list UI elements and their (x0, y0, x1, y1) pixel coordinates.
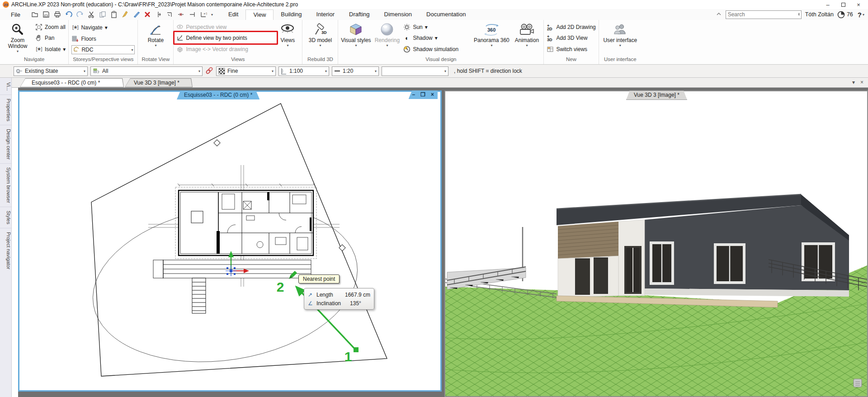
paste-icon[interactable] (110, 11, 118, 18)
pen-icon[interactable] (133, 11, 140, 18)
empty-combo[interactable]: ▾ (382, 66, 448, 76)
cut-icon[interactable] (88, 11, 95, 18)
visual-styles-caret-icon[interactable]: ▾ (355, 43, 357, 47)
pen-scale-caret-icon[interactable]: ▾ (375, 69, 377, 73)
brush-icon[interactable] (122, 11, 129, 18)
storey-combo[interactable]: RDC ▾ (71, 45, 135, 54)
sidebar-item-properties[interactable]: Properties (0, 95, 11, 125)
save-icon[interactable] (42, 11, 50, 18)
user-interface-button[interactable]: User interface ▾ (601, 21, 640, 55)
isolate-caret-icon[interactable]: ▾ (63, 46, 66, 52)
isolate-button[interactable]: [★] Isolate ▾ (35, 44, 66, 55)
add-2d-drawing-button[interactable]: +2D Add 2D Drawing (547, 22, 595, 33)
link-chain-icon[interactable] (205, 66, 213, 76)
rotate-caret-icon[interactable]: ▾ (155, 43, 156, 47)
sidebar-item-view[interactable]: Vi... (0, 79, 11, 95)
open-folder-icon[interactable] (31, 11, 38, 18)
state-combo[interactable]: Existing State ▾ (14, 66, 88, 76)
animation-caret-icon[interactable]: ▾ (526, 43, 528, 47)
snap-midpoint-icon[interactable] (177, 11, 184, 18)
navigate-button[interactable]: [★] Navigate ▾ (71, 22, 135, 33)
empty-combo-caret-icon[interactable]: ▾ (444, 69, 446, 73)
state-combo-caret-icon[interactable]: ▾ (84, 69, 85, 73)
tab-list-caret-icon[interactable]: ▾ (852, 79, 855, 85)
menu-file[interactable]: File (5, 11, 27, 18)
search-icon[interactable] (798, 11, 799, 18)
copy-icon[interactable] (99, 11, 106, 18)
viewport-plan[interactable]: Esquisse03 - - RDC (0 cm) * – ❒ × (18, 90, 442, 392)
detail-level-caret-icon[interactable]: ▾ (272, 69, 274, 73)
qat-caret-icon[interactable]: ▾ (211, 13, 213, 17)
menu-tab-documentation[interactable]: Documentation (419, 9, 473, 19)
panorama-360-button[interactable]: 360 Panorama 360 ▾ (472, 21, 511, 55)
storey-combo-caret-icon[interactable]: ▾ (131, 48, 133, 52)
scale-combo-caret-icon[interactable]: ▾ (325, 69, 327, 73)
close-button[interactable]: × (851, 1, 866, 8)
rendering-caret-icon[interactable]: ▾ (386, 43, 388, 47)
scale-combo[interactable]: 1:100 ▾ (278, 66, 329, 76)
shadow-button[interactable]: ◐ Shadow ▾ (403, 33, 470, 43)
navigate-caret-icon[interactable]: ▾ (105, 24, 108, 31)
viewport-minimize-icon[interactable]: – (412, 91, 415, 98)
sidebar-item-design-center[interactable]: Design center (0, 125, 11, 164)
rendering-button[interactable]: Rendering ▾ (373, 21, 401, 55)
sun-caret-icon[interactable]: ▾ (425, 24, 428, 30)
floors-button[interactable]: Floors (71, 33, 135, 44)
help-button[interactable]: ? (858, 11, 862, 19)
perspective-view-button[interactable]: Perspective view (176, 22, 273, 33)
shadow-caret-icon[interactable]: ▾ (435, 35, 438, 41)
tab-esquisse03[interactable]: Esquisse03 - - RDC (0 cm) * (20, 78, 124, 87)
snap-corner-icon[interactable] (166, 11, 173, 18)
define-view-by-two-points-button[interactable]: Define view by two points (176, 33, 273, 43)
menu-tab-dimension[interactable]: Dimension (377, 9, 419, 19)
3d-model-button[interactable]: 3D 3D model ▾ (304, 21, 336, 55)
tab-vue-3d-3[interactable]: Vue 3D 3 [Image] * (125, 78, 193, 87)
tab-close-icon[interactable]: × (860, 79, 863, 85)
pen-scale-combo[interactable]: 1:20 ▾ (332, 66, 379, 76)
snap-perpendicular-icon[interactable] (155, 11, 162, 18)
zoom-window-button[interactable]: Zoom Window ▾ (2, 21, 33, 55)
search-input[interactable] (728, 11, 798, 18)
print-icon[interactable] (54, 11, 61, 18)
image-vector-button[interactable]: Image <-> Vector drawing (176, 44, 273, 55)
floor-plan-drawing[interactable]: 1 2 (19, 92, 440, 390)
switch-views-button[interactable]: Switch views (547, 44, 595, 55)
floor-filter-caret-icon[interactable]: ▾ (198, 69, 200, 73)
floor-filter-combo[interactable]: All ▾ (90, 66, 203, 76)
shadow-simulation-button[interactable]: Shadow simulation (403, 44, 470, 55)
viewport-restore-icon[interactable]: ❒ (420, 91, 425, 98)
3d-render[interactable] (445, 91, 867, 396)
sidebar-item-project-navigator[interactable]: Project navigator (0, 228, 11, 273)
views-button[interactable]: Views ▾ (275, 21, 300, 55)
zoom-window-caret-icon[interactable]: ▾ (17, 49, 19, 53)
user-name[interactable]: Tóth Zoltán (805, 11, 834, 18)
detail-level-combo[interactable]: Fine ▾ (216, 66, 276, 76)
undo-icon[interactable] (65, 11, 72, 18)
user-interface-caret-icon[interactable]: ▾ (619, 43, 621, 47)
snap-endpoint-icon[interactable] (189, 11, 196, 18)
redo-icon[interactable] (76, 11, 84, 18)
animation-button[interactable]: Animation ▾ (512, 21, 542, 55)
panorama-caret-icon[interactable]: ▾ (491, 43, 492, 47)
search-box[interactable] (726, 10, 802, 19)
delete-x-icon[interactable] (144, 11, 151, 18)
visual-styles-button[interactable]: Visual styles ▾ (340, 21, 372, 55)
sidebar-item-system-browser[interactable]: System browser (0, 164, 11, 207)
sidebar-item-styles[interactable]: Styles (0, 207, 11, 228)
sun-button[interactable]: Sun ▾ (403, 22, 470, 33)
help-caret-icon[interactable]: ▾ (863, 13, 864, 17)
3d-model-caret-icon[interactable]: ▾ (319, 43, 321, 47)
viewport-3d[interactable]: Vue 3D 3 [Image] * (444, 90, 868, 397)
views-caret-icon[interactable]: ▾ (287, 43, 288, 47)
minimize-button[interactable]: – (820, 1, 835, 8)
menu-tab-building[interactable]: Building (274, 9, 309, 19)
menu-tab-drafting[interactable]: Drafting (342, 9, 377, 19)
viewport-close-icon[interactable]: × (431, 91, 434, 98)
menu-tab-interior[interactable]: Interior (309, 9, 342, 19)
viewport-3d-title[interactable]: Vue 3D 3 [Image] * (626, 90, 687, 100)
pan-button[interactable]: Pan (35, 33, 66, 43)
maximize-button[interactable] (835, 1, 851, 8)
add-3d-view-button[interactable]: +3D Add 3D View (547, 33, 595, 43)
snap-angle-icon[interactable]: +? (200, 11, 207, 18)
viewport-plan-title[interactable]: Esquisse03 - - RDC (0 cm) * (177, 91, 259, 99)
